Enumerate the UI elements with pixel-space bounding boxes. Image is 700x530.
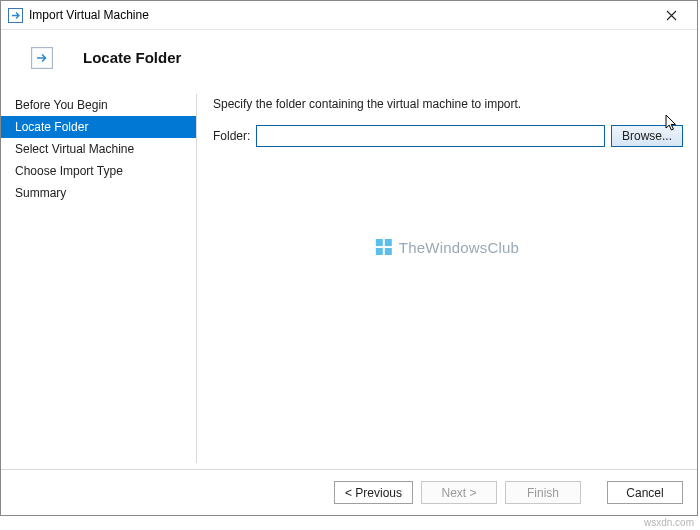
svg-rect-4	[385, 248, 392, 255]
svg-rect-2	[385, 239, 392, 246]
import-icon	[31, 47, 53, 69]
next-button[interactable]: Next >	[421, 481, 497, 504]
page-title: Locate Folder	[83, 49, 181, 66]
wizard-header: Locate Folder	[1, 30, 697, 86]
app-icon	[7, 7, 23, 23]
close-icon	[666, 10, 677, 21]
finish-button[interactable]: Finish	[505, 481, 581, 504]
step-select-virtual-machine[interactable]: Select Virtual Machine	[1, 138, 196, 160]
window-title: Import Virtual Machine	[29, 8, 649, 22]
watermark-text: TheWindowsClub	[399, 239, 519, 256]
watermark-logo-icon	[375, 238, 393, 256]
folder-input[interactable]	[256, 125, 605, 147]
wizard-content: Specify the folder containing the virtua…	[197, 86, 697, 469]
titlebar: Import Virtual Machine	[1, 1, 697, 30]
svg-rect-3	[376, 248, 383, 255]
browse-button[interactable]: Browse...	[611, 125, 683, 147]
folder-row: Folder: Browse...	[213, 125, 683, 147]
import-vm-wizard-window: Import Virtual Machine Locate Folder Bef…	[0, 0, 698, 516]
cancel-button[interactable]: Cancel	[607, 481, 683, 504]
svg-rect-1	[376, 239, 383, 246]
wizard-steps-sidebar: Before You Begin Locate Folder Select Vi…	[1, 86, 196, 469]
watermark: TheWindowsClub	[375, 238, 519, 256]
step-before-you-begin[interactable]: Before You Begin	[1, 94, 196, 116]
folder-label: Folder:	[213, 129, 250, 143]
step-choose-import-type[interactable]: Choose Import Type	[1, 160, 196, 182]
previous-button[interactable]: < Previous	[334, 481, 413, 504]
attribution-text: wsxdn.com	[644, 517, 694, 528]
wizard-body: Before You Begin Locate Folder Select Vi…	[1, 86, 697, 469]
instruction-text: Specify the folder containing the virtua…	[213, 97, 683, 111]
step-locate-folder[interactable]: Locate Folder	[1, 116, 196, 138]
close-button[interactable]	[649, 1, 693, 29]
wizard-footer: < Previous Next > Finish Cancel	[1, 469, 697, 515]
step-summary[interactable]: Summary	[1, 182, 196, 204]
